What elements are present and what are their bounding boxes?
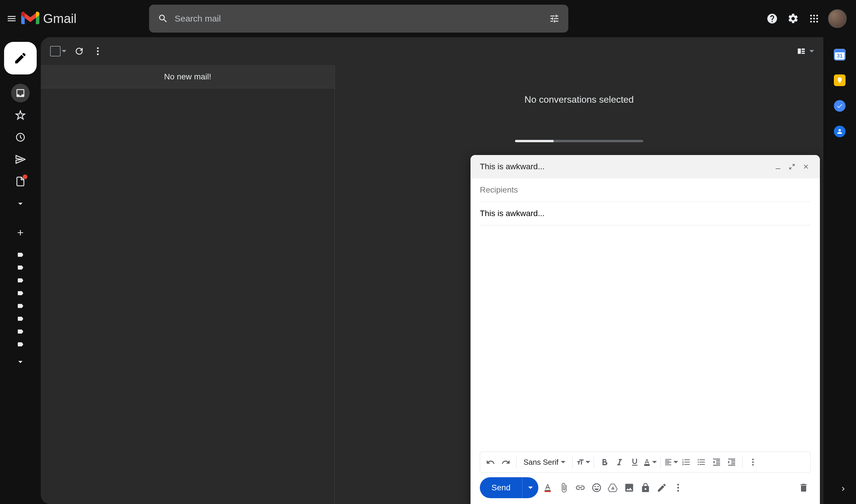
insert-signature-button[interactable] bbox=[655, 481, 669, 495]
insert-photo-button[interactable] bbox=[622, 481, 636, 495]
indent-less-button[interactable] bbox=[709, 455, 723, 469]
label-item[interactable] bbox=[13, 301, 28, 311]
drive-icon bbox=[607, 483, 618, 493]
numbered-list-button[interactable] bbox=[679, 455, 693, 469]
support-button[interactable] bbox=[765, 12, 779, 25]
compose-button[interactable] bbox=[4, 42, 37, 74]
app-header: Gmail bbox=[0, 0, 856, 37]
svg-point-0 bbox=[810, 15, 812, 17]
keep-app[interactable] bbox=[834, 74, 845, 86]
align-button[interactable] bbox=[664, 455, 678, 469]
minimize-button[interactable] bbox=[773, 162, 783, 171]
search-icon bbox=[156, 13, 170, 24]
minimize-icon bbox=[774, 163, 782, 170]
toolbar-right bbox=[795, 46, 814, 57]
storage-bar[interactable] bbox=[515, 140, 643, 142]
svg-point-4 bbox=[813, 18, 815, 19]
chevron-down-icon[interactable] bbox=[809, 50, 814, 52]
svg-point-8 bbox=[817, 21, 818, 23]
label-item[interactable] bbox=[13, 340, 28, 349]
compose-body[interactable] bbox=[470, 226, 820, 452]
underline-icon bbox=[630, 457, 639, 467]
italic-icon bbox=[615, 457, 624, 467]
contacts-app[interactable] bbox=[834, 126, 845, 137]
refresh-button[interactable] bbox=[73, 46, 85, 57]
formatting-options-button[interactable] bbox=[541, 481, 555, 495]
indent-decrease-icon bbox=[712, 457, 721, 467]
apps-grid-icon bbox=[809, 13, 819, 24]
labels-more[interactable] bbox=[11, 353, 30, 371]
more-actions-button[interactable] bbox=[92, 46, 104, 57]
nav-sent[interactable] bbox=[11, 150, 30, 169]
discard-draft-button[interactable] bbox=[797, 481, 810, 495]
search-input[interactable] bbox=[170, 14, 547, 23]
font-family-label: Sans Serif bbox=[524, 458, 559, 467]
split-view-icon bbox=[797, 47, 806, 56]
label-item[interactable] bbox=[13, 327, 28, 336]
more-formatting-button[interactable] bbox=[746, 455, 760, 469]
label-icon bbox=[16, 303, 25, 309]
gmail-icon bbox=[21, 12, 39, 25]
font-family-select[interactable]: Sans Serif bbox=[520, 458, 569, 467]
tasks-app[interactable] bbox=[834, 100, 845, 112]
svg-point-11 bbox=[97, 50, 99, 52]
subject-field[interactable] bbox=[480, 202, 810, 226]
fullscreen-button[interactable] bbox=[787, 162, 797, 171]
inbox-icon bbox=[15, 88, 25, 98]
nav-more[interactable] bbox=[11, 194, 30, 213]
nav-drafts[interactable] bbox=[11, 172, 30, 191]
recipients-field[interactable] bbox=[480, 178, 810, 202]
send-options-button[interactable] bbox=[522, 477, 538, 498]
account-avatar[interactable] bbox=[828, 9, 847, 28]
label-item[interactable] bbox=[13, 263, 28, 272]
insert-drive-button[interactable] bbox=[606, 481, 620, 495]
more-options-button[interactable] bbox=[671, 481, 685, 495]
bulleted-list-button[interactable] bbox=[695, 455, 708, 469]
apps-button[interactable] bbox=[807, 12, 821, 25]
indent-more-button[interactable] bbox=[725, 455, 739, 469]
redo-button[interactable] bbox=[499, 455, 513, 469]
image-icon bbox=[624, 483, 634, 493]
keep-icon bbox=[836, 77, 843, 84]
label-item[interactable] bbox=[13, 250, 28, 259]
insert-link-button[interactable] bbox=[573, 481, 587, 495]
label-item[interactable] bbox=[13, 288, 28, 298]
attach-file-button[interactable] bbox=[557, 481, 571, 495]
trash-icon bbox=[798, 483, 809, 493]
confidential-mode-button[interactable] bbox=[638, 481, 652, 495]
svg-point-19 bbox=[677, 487, 679, 489]
settings-button[interactable] bbox=[786, 12, 800, 25]
search-bar[interactable] bbox=[149, 5, 568, 33]
italic-button[interactable] bbox=[613, 455, 627, 469]
send-button[interactable]: Send bbox=[480, 477, 538, 498]
nav-starred[interactable] bbox=[11, 106, 30, 125]
nav-inbox[interactable] bbox=[11, 84, 30, 102]
close-button[interactable] bbox=[801, 162, 810, 171]
nav-snoozed[interactable] bbox=[11, 128, 30, 147]
search-options-button[interactable] bbox=[547, 13, 561, 24]
header-actions bbox=[765, 9, 851, 28]
undo-button[interactable] bbox=[484, 455, 498, 469]
send-label: Send bbox=[480, 483, 522, 492]
bold-button[interactable] bbox=[597, 455, 612, 469]
text-color-button[interactable] bbox=[643, 455, 657, 469]
split-pane-toggle[interactable] bbox=[795, 46, 807, 57]
calendar-app[interactable]: 31 bbox=[834, 49, 845, 60]
compose-header[interactable]: This is awkward... bbox=[470, 155, 820, 178]
svg-point-6 bbox=[810, 21, 812, 23]
underline-button[interactable] bbox=[628, 455, 642, 469]
subject-input[interactable] bbox=[480, 209, 810, 218]
label-item[interactable] bbox=[13, 314, 28, 323]
gmail-logo[interactable]: Gmail bbox=[21, 11, 76, 26]
main-menu-button[interactable] bbox=[5, 12, 19, 25]
select-all-checkbox[interactable] bbox=[50, 46, 66, 56]
nav-new-label[interactable] bbox=[11, 223, 30, 242]
emoji-icon bbox=[591, 483, 602, 493]
side-panel-toggle[interactable] bbox=[837, 483, 849, 495]
recipients-input[interactable] bbox=[480, 185, 810, 195]
app-name-label: Gmail bbox=[43, 11, 76, 26]
label-item[interactable] bbox=[13, 276, 28, 285]
insert-emoji-button[interactable] bbox=[589, 481, 603, 495]
more-vert-icon bbox=[673, 483, 683, 493]
font-size-button[interactable] bbox=[576, 455, 590, 469]
